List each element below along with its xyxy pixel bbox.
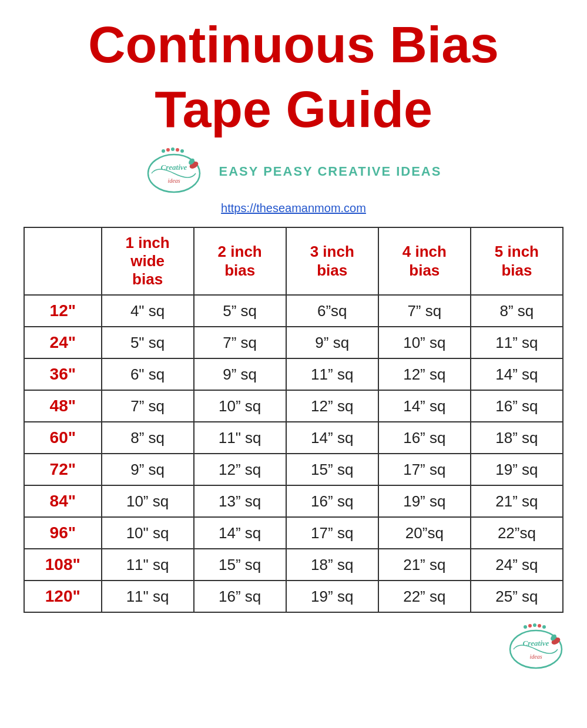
col-header-3: 3 inchbias	[286, 227, 378, 296]
row-header-cell: 108"	[24, 549, 102, 581]
title-line1: Continuous Bias	[24, 18, 563, 72]
brand-row: Creative ideas EASY PEASY CREATIVE IDEAS	[24, 147, 563, 196]
data-cell: 8” sq	[471, 295, 563, 327]
svg-point-11	[528, 624, 532, 628]
data-cell: 10” sq	[102, 485, 194, 517]
data-cell: 6”sq	[286, 295, 378, 327]
svg-point-3	[176, 148, 179, 152]
data-cell: 22”sq	[471, 517, 563, 549]
data-cell: 16” sq	[286, 485, 378, 517]
svg-point-10	[524, 625, 527, 629]
svg-point-12	[533, 623, 536, 627]
data-cell: 13” sq	[194, 485, 286, 517]
data-cell: 12” sq	[194, 454, 286, 485]
data-cell: 21” sq	[378, 549, 471, 581]
row-header-cell: 72"	[24, 454, 102, 485]
data-cell: 10” sq	[194, 390, 286, 422]
data-cell: 12” sq	[378, 358, 471, 390]
data-cell: 14” sq	[471, 358, 563, 390]
data-cell: 10” sq	[378, 327, 471, 358]
data-cell: 10" sq	[102, 517, 194, 549]
col-header-2: 2 inchbias	[194, 227, 286, 296]
data-cell: 21” sq	[471, 485, 563, 517]
col-header-0	[24, 227, 102, 296]
row-header-cell: 60"	[24, 422, 102, 454]
data-cell: 7” sq	[194, 327, 286, 358]
data-cell: 11” sq	[286, 358, 378, 390]
data-cell: 18” sq	[286, 549, 378, 581]
data-cell: 11” sq	[471, 327, 563, 358]
data-cell: 15” sq	[286, 454, 378, 485]
svg-point-2	[171, 147, 175, 151]
table-row: 96"10" sq14” sq17” sq20”sq22”sq	[24, 517, 563, 549]
svg-point-1	[166, 148, 170, 152]
data-cell: 20”sq	[378, 517, 471, 549]
data-cell: 24” sq	[471, 549, 563, 581]
table-row: 48"7” sq10” sq12” sq14” sq16” sq	[24, 390, 563, 422]
url-row: https://theseamanmom.com	[24, 202, 563, 215]
svg-text:ideas: ideas	[167, 177, 180, 184]
row-header-cell: 12"	[24, 295, 102, 327]
data-cell: 7” sq	[378, 295, 471, 327]
data-cell: 14” sq	[378, 390, 471, 422]
data-cell: 11" sq	[102, 581, 194, 612]
table-row: 12"4" sq5” sq6”sq7” sq8” sq	[24, 295, 563, 327]
table-row: 84"10” sq13” sq16” sq19” sq21” sq	[24, 485, 563, 517]
brand-logo-left: Creative ideas	[146, 147, 202, 196]
table-row: 36"6" sq9” sq11” sq12” sq14” sq	[24, 358, 563, 390]
row-header-cell: 36"	[24, 358, 102, 390]
table-header-row: 1 inchwidebias 2 inchbias 3 inchbias 4 i…	[24, 227, 563, 296]
data-cell: 7” sq	[102, 390, 194, 422]
data-cell: 11" sq	[102, 549, 194, 581]
table-row: 60"8” sq11" sq14” sq16” sq18” sq	[24, 422, 563, 454]
data-cell: 6" sq	[102, 358, 194, 390]
data-cell: 19” sq	[378, 485, 471, 517]
website-link[interactable]: https://theseamanmom.com	[221, 202, 366, 214]
data-cell: 5” sq	[194, 295, 286, 327]
bias-tape-table: 1 inchwidebias 2 inchbias 3 inchbias 4 i…	[24, 227, 563, 613]
data-cell: 25” sq	[471, 581, 563, 612]
row-header-cell: 24"	[24, 327, 102, 358]
data-cell: 14” sq	[194, 517, 286, 549]
data-cell: 17” sq	[286, 517, 378, 549]
svg-point-13	[538, 624, 541, 628]
data-cell: 9” sq	[194, 358, 286, 390]
col-header-4: 4 inchbias	[378, 227, 471, 296]
data-cell: 12” sq	[286, 390, 378, 422]
data-cell: 16” sq	[471, 390, 563, 422]
table-row: 120"11" sq16” sq19” sq22” sq25” sq	[24, 581, 563, 612]
table-row: 24"5" sq7” sq9” sq10” sq11” sq	[24, 327, 563, 358]
data-cell: 17” sq	[378, 454, 471, 485]
data-cell: 16” sq	[194, 581, 286, 612]
brand-tagline: EASY PEASY CREATIVE IDEAS	[219, 164, 442, 179]
svg-point-0	[162, 149, 165, 153]
data-cell: 15” sq	[194, 549, 286, 581]
table-row: 108"11" sq15” sq18” sq21” sq24” sq	[24, 549, 563, 581]
svg-text:ideas: ideas	[529, 653, 542, 660]
data-cell: 19” sq	[286, 581, 378, 612]
data-cell: 14” sq	[286, 422, 378, 454]
data-cell: 4" sq	[102, 295, 194, 327]
data-cell: 8” sq	[102, 422, 194, 454]
row-header-cell: 48"	[24, 390, 102, 422]
row-header-cell: 120"	[24, 581, 102, 612]
data-cell: 18” sq	[471, 422, 563, 454]
col-header-5: 5 inchbias	[471, 227, 563, 296]
row-header-cell: 84"	[24, 485, 102, 517]
data-cell: 5" sq	[102, 327, 194, 358]
data-cell: 19” sq	[471, 454, 563, 485]
page-title: Continuous Bias Tape Guide	[24, 18, 563, 137]
title-line2: Tape Guide	[24, 82, 563, 136]
data-cell: 11" sq	[194, 422, 286, 454]
svg-point-14	[542, 625, 546, 629]
col-header-1: 1 inchwidebias	[102, 227, 194, 296]
bottom-logo-row: Creative ideas	[24, 623, 563, 672]
row-header-cell: 96"	[24, 517, 102, 549]
data-cell: 16” sq	[378, 422, 471, 454]
brand-logo-bottom: Creative ideas	[508, 623, 563, 672]
data-cell: 22” sq	[378, 581, 471, 612]
data-cell: 9” sq	[286, 327, 378, 358]
svg-point-4	[180, 149, 184, 153]
table-row: 72"9” sq12” sq15” sq17” sq19” sq	[24, 454, 563, 485]
data-cell: 9” sq	[102, 454, 194, 485]
